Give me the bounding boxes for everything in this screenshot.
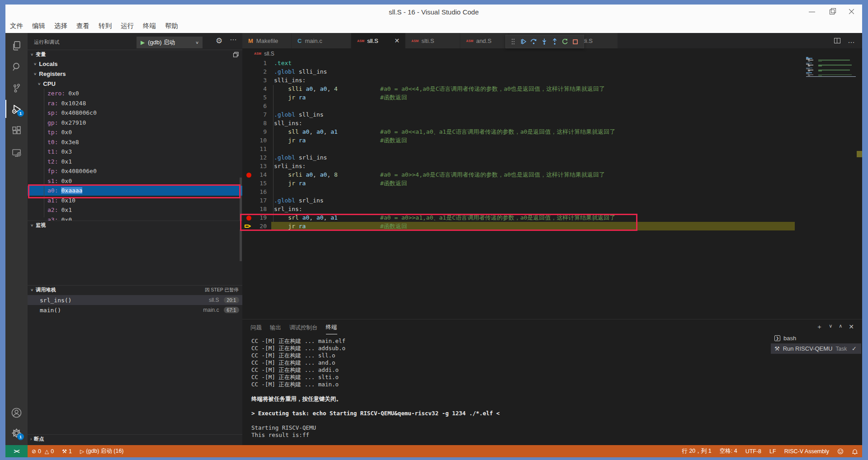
account-icon[interactable] (5, 404, 28, 422)
step-over-button[interactable] (528, 36, 539, 47)
code-line-18[interactable]: 18srl_ins: (242, 205, 862, 213)
code-line-9[interactable]: 9 sll a0, a0, a1 #a0 = a0<<a1,a0、a1是C语言调… (242, 127, 862, 136)
debug-toolbar-grip[interactable] (508, 36, 518, 47)
stack-frame-0[interactable]: srl_ins()sll.S20:1 (28, 295, 242, 305)
panel-tab-输出[interactable]: 输出 (270, 321, 281, 334)
register-ra[interactable]: ra:0x10248 (28, 99, 242, 108)
feedback-icon[interactable] (833, 448, 848, 455)
cursor-position[interactable]: 行 20，列 1 (678, 447, 715, 455)
register-t1[interactable]: t1:0x3 (28, 147, 242, 157)
code-line-5[interactable]: 5 jr ra #函数返回 (242, 93, 862, 102)
task-status[interactable]: ⚒1 (58, 448, 76, 455)
scope-cpu[interactable]: ∨CPU (28, 79, 242, 89)
tab-sll.S[interactable]: ASMsll.S✕ (351, 33, 405, 48)
panel-tab-终端[interactable]: 终端 (326, 321, 337, 334)
panel-tab-问题[interactable]: 问题 (250, 321, 262, 334)
section-watch[interactable]: ∨监视 (28, 221, 242, 230)
code-line-2[interactable]: 2.globl slli_ins (242, 67, 862, 76)
register-sp[interactable]: sp:0x408006c0 (28, 108, 242, 118)
step-into-button[interactable] (539, 36, 549, 47)
source-control-icon[interactable] (5, 79, 28, 97)
menu-5[interactable]: 运行 (116, 22, 138, 30)
scope-registers[interactable]: ∨Registers (28, 69, 242, 79)
continue-button[interactable] (518, 36, 528, 47)
menu-6[interactable]: 终端 (138, 22, 160, 30)
code-line-13[interactable]: 13srli_ins: (242, 162, 862, 170)
remote-explorer-icon[interactable] (5, 144, 28, 162)
code-line-3[interactable]: 3slli_ins: (242, 76, 862, 84)
terminal-list-item-bash[interactable]: ❯bash (771, 333, 861, 343)
search-icon[interactable] (5, 58, 28, 76)
editor-more-actions-icon[interactable]: … (848, 37, 855, 45)
code-line-12[interactable]: 12.globl srli_ins (242, 153, 862, 162)
code-line-1[interactable]: 1.text (242, 59, 862, 67)
register-zero[interactable]: zero:0x0 (28, 89, 242, 99)
split-editor-icon[interactable] (834, 38, 840, 43)
indentation-status[interactable]: 空格: 4 (716, 447, 741, 455)
section-callstack[interactable]: ∨调用堆栈 因 STEP 已暂停 (28, 285, 242, 294)
menu-2[interactable]: 选择 (50, 22, 72, 30)
code-line-8[interactable]: 8sll_ins: (242, 119, 862, 127)
settings-gear-icon[interactable] (5, 424, 28, 442)
remote-indicator[interactable]: >< (5, 445, 28, 457)
language-mode[interactable]: RISC-V Assembly (780, 448, 833, 455)
code-line-10[interactable]: 10 jr ra #函数返回 (242, 136, 862, 145)
debug-settings-gear-icon[interactable]: ⚙ (216, 36, 222, 46)
code-line-4[interactable]: 4 slli a0, a0, 4 #a0 = a0<<4,a0是C语言调用者传递… (242, 84, 862, 93)
problems-status[interactable]: ⊘0 △0 (28, 448, 58, 455)
breakpoint-icon[interactable] (246, 173, 251, 178)
terminal-output[interactable]: CC -[M] 正在构建 ... main.elfCC -[M] 正在构建 ..… (251, 338, 500, 439)
close-panel-icon[interactable]: ✕ (849, 323, 854, 331)
stop-button[interactable] (570, 36, 580, 47)
register-fp[interactable]: fp:0x408006e0 (28, 166, 242, 176)
register-tp[interactable]: tp:0x0 (28, 127, 242, 137)
code-line-14[interactable]: 14 srli a0, a0, 8 #a0 = a0>>4,a0是C语言调用者传… (242, 170, 862, 179)
terminal-list-item-Run RISCV-QEMU[interactable]: ⚒Run RISCV-QEMUTask✓ (771, 343, 861, 354)
code-line-16[interactable]: 16 (242, 188, 862, 196)
explorer-icon[interactable] (5, 37, 28, 55)
maximize-panel-icon[interactable]: ∧ (839, 323, 842, 331)
restart-button[interactable] (560, 36, 570, 47)
code-line-17[interactable]: 17.globl srl_ins (242, 196, 862, 205)
launch-config-dropdown[interactable]: ▶ (gdb) 启动 ∨ (137, 37, 203, 48)
debug-status[interactable]: ▷(gdb) 启动 (16) (76, 447, 128, 455)
menu-1[interactable]: 编辑 (28, 22, 50, 30)
step-out-button[interactable] (549, 36, 560, 47)
eol-status[interactable]: LF (765, 448, 780, 455)
close-button[interactable] (848, 8, 856, 16)
register-t2[interactable]: t2:0x1 (28, 157, 242, 167)
notifications-bell-icon[interactable] (848, 448, 862, 455)
menu-4[interactable]: 转到 (94, 22, 116, 30)
scope-locals[interactable]: ∨Locals (28, 59, 242, 69)
extensions-icon[interactable] (5, 122, 28, 140)
menu-0[interactable]: 文件 (5, 22, 28, 30)
stack-frame-1[interactable]: main()main.c67:1 (28, 305, 242, 315)
code-editor[interactable]: 1.text2.globl slli_ins3slli_ins:4 slli a… (242, 59, 862, 319)
collapse-all-icon[interactable] (233, 52, 239, 59)
register-gp[interactable]: gp:0x27910 (28, 118, 242, 128)
code-line-7[interactable]: 7.globl sll_ins (242, 110, 862, 119)
code-line-15[interactable]: 15 jr ra #函数返回 (242, 179, 862, 188)
close-tab-icon[interactable]: ✕ (393, 37, 401, 44)
encoding-status[interactable]: UTF-8 (741, 448, 765, 455)
tab-slti.S[interactable]: ASMslti.S (406, 33, 460, 48)
section-variables[interactable]: ∨变量 (28, 50, 242, 59)
section-breakpoints[interactable]: ›断点 (28, 434, 242, 443)
code-line-6[interactable]: 6 (242, 102, 862, 110)
register-a2[interactable]: a2:0x1 (28, 205, 242, 215)
panel-tab-调试控制台[interactable]: 调试控制台 (289, 321, 318, 334)
menu-7[interactable]: 帮助 (160, 22, 183, 30)
minimize-button[interactable] (808, 8, 816, 16)
run-and-debug-icon[interactable] (5, 100, 28, 118)
tab-and.S[interactable]: ASMand.S (460, 33, 509, 48)
tab-main.c[interactable]: Cmain.c (292, 33, 351, 48)
new-terminal-icon[interactable]: ＋ (816, 323, 822, 331)
breadcrumb[interactable]: ASM sll.S (242, 48, 862, 59)
menu-3[interactable]: 查看 (72, 22, 94, 30)
restore-button[interactable] (828, 8, 836, 16)
terminal-dropdown-icon[interactable]: ∨ (829, 323, 832, 331)
code-line-11[interactable]: 11 (242, 145, 862, 153)
debug-more-actions-icon[interactable]: … (230, 34, 237, 42)
start-debug-icon[interactable]: ▶ (141, 39, 145, 46)
register-t0[interactable]: t0:0x3e8 (28, 137, 242, 147)
